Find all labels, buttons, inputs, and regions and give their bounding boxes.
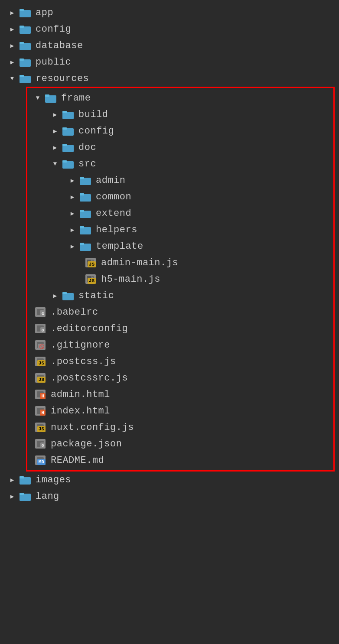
folder-icon-config2 — [61, 125, 75, 137]
svg-rect-3 — [20, 26, 24, 28]
file-icon-editorconfig: ⚙ — [33, 323, 47, 334]
svg-rect-25 — [80, 210, 84, 212]
arrow-icon: ▶ — [6, 476, 18, 484]
tree-item-resources[interactable]: ▼ resources — [0, 70, 339, 87]
tree-item-postcss-js[interactable]: JS .postcss.js — [27, 353, 333, 370]
folder-icon-doc — [61, 142, 75, 153]
tree-label-package-json: package.json — [51, 439, 122, 449]
tree-label-lang: lang — [36, 491, 59, 502]
arrow-icon: ▶ — [6, 9, 18, 16]
tree-item-editorconfig[interactable]: ⚙ .editorconfig — [27, 320, 333, 337]
tree-label-admin: admin — [96, 175, 126, 186]
tree-item-lang[interactable]: ▶ lang — [0, 488, 339, 504]
tree-label-src: src — [78, 159, 96, 169]
arrow-icon: ▶ — [49, 144, 61, 151]
arrow-icon: ▶ — [49, 292, 61, 299]
tree-label-resources: resources — [36, 73, 89, 84]
tree-label-public: public — [36, 57, 71, 68]
tree-label-admin-html: admin.html — [51, 389, 110, 400]
tree-label-config: config — [36, 24, 71, 35]
folder-icon-src — [61, 158, 75, 169]
tree-item-package-json[interactable]: ⚙ package.json — [27, 436, 333, 452]
folder-icon-resources — [18, 73, 32, 84]
folder-icon-static — [61, 290, 75, 301]
tree-item-public[interactable]: ▶ public — [0, 54, 339, 70]
folder-icon-admin — [78, 175, 92, 186]
tree-label-gitignore: .gitignore — [51, 340, 110, 351]
folder-icon-public — [18, 56, 32, 68]
tree-item-gitignore[interactable]: 🚫 .gitignore — [27, 337, 333, 353]
tree-item-common[interactable]: ▶ common — [27, 189, 333, 205]
tree-item-index-html[interactable]: H index.html — [27, 403, 333, 419]
tree-item-config[interactable]: ▶ config — [0, 21, 339, 37]
tree-label-template: template — [96, 241, 143, 252]
tree-label-frame: frame — [61, 93, 91, 104]
folder-icon-build — [61, 109, 75, 120]
svg-rect-9 — [20, 75, 24, 77]
tree-item-static[interactable]: ▶ static — [27, 287, 333, 304]
tree-item-nuxt-config-js[interactable]: JS nuxt.config.js — [27, 419, 333, 436]
tree-label-images: images — [36, 475, 71, 485]
tree-item-helpers[interactable]: ▶ helpers — [27, 221, 333, 238]
svg-rect-5 — [20, 42, 24, 44]
file-icon-postcss-js: JS — [33, 356, 47, 367]
tree-label-database: database — [36, 40, 83, 51]
arrow-icon: ▶ — [66, 177, 78, 184]
tree-label-index-html: index.html — [51, 406, 110, 416]
tree-item-app[interactable]: ▶ app — [0, 4, 339, 21]
arrow-icon: ▶ — [6, 26, 18, 33]
tree-label-common: common — [96, 192, 131, 202]
tree-label-h5-main-js: h5-main.js — [101, 274, 160, 285]
tree-item-admin-main-js[interactable]: JS admin-main.js — [27, 254, 333, 271]
folder-icon-lang — [18, 491, 32, 502]
folder-icon-extend — [78, 208, 92, 219]
folder-icon-helpers — [78, 224, 92, 235]
file-icon-postcssrc-js: JS — [33, 372, 47, 384]
tree-item-postcssrc-js[interactable]: JS .postcssrc.js — [27, 370, 333, 386]
tree-item-admin-html[interactable]: H admin.html — [27, 386, 333, 403]
tree-item-config2[interactable]: ▶ config — [27, 123, 333, 139]
tree-label-admin-main-js: admin-main.js — [101, 257, 178, 268]
tree-item-database[interactable]: ▶ database — [0, 37, 339, 54]
tree-label-config2: config — [78, 126, 114, 137]
tree-label-app: app — [36, 7, 53, 18]
arrow-icon: ▶ — [6, 493, 18, 500]
highlighted-region: ▼ frame ▶ build ▶ — [26, 87, 335, 472]
arrow-icon: ▶ — [49, 111, 61, 118]
tree-item-images[interactable]: ▶ images — [0, 472, 339, 488]
file-icon-readme-md: MD — [33, 455, 47, 466]
tree-item-readme-md[interactable]: MD README.md — [27, 452, 333, 468]
tree-item-template[interactable]: ▶ template — [27, 238, 333, 254]
arrow-icon: ▶ — [66, 210, 78, 217]
file-icon-js2: JS — [84, 273, 98, 285]
svg-rect-1 — [20, 9, 24, 11]
tree-item-admin[interactable]: ▶ admin — [27, 172, 333, 189]
tree-label-build: build — [78, 109, 108, 120]
tree-item-frame[interactable]: ▼ frame — [27, 90, 333, 106]
file-icon-babelrc: ⚙ — [33, 306, 47, 318]
tree-item-src[interactable]: ▼ src — [27, 156, 333, 172]
folder-icon-common — [78, 191, 92, 202]
svg-rect-11 — [45, 94, 49, 97]
svg-rect-7 — [20, 59, 24, 61]
tree-item-h5-main-js[interactable]: JS h5-main.js — [27, 271, 333, 287]
folder-icon-images — [18, 474, 32, 485]
file-icon-package-json: ⚙ — [33, 438, 47, 449]
arrow-icon: ▶ — [6, 42, 18, 49]
folder-icon-app — [18, 7, 32, 18]
tree-label-doc: doc — [78, 142, 96, 153]
svg-rect-15 — [62, 127, 67, 130]
arrow-icon: ▶ — [6, 59, 18, 66]
file-tree: ▶ app ▶ config ▶ database — [0, 0, 339, 509]
svg-rect-37 — [62, 292, 67, 294]
tree-item-doc[interactable]: ▶ doc — [27, 139, 333, 156]
tree-item-babelrc[interactable]: ⚙ .babelrc — [27, 304, 333, 320]
svg-rect-19 — [62, 160, 67, 163]
arrow-icon: ▶ — [49, 127, 61, 135]
folder-icon-frame — [44, 92, 58, 104]
file-icon-admin-html: H — [33, 389, 47, 400]
tree-item-extend[interactable]: ▶ extend — [27, 205, 333, 221]
tree-label-babelrc: .babelrc — [51, 307, 98, 318]
tree-item-build[interactable]: ▶ build — [27, 106, 333, 123]
tree-label-postcss-js: .postcss.js — [51, 356, 116, 367]
